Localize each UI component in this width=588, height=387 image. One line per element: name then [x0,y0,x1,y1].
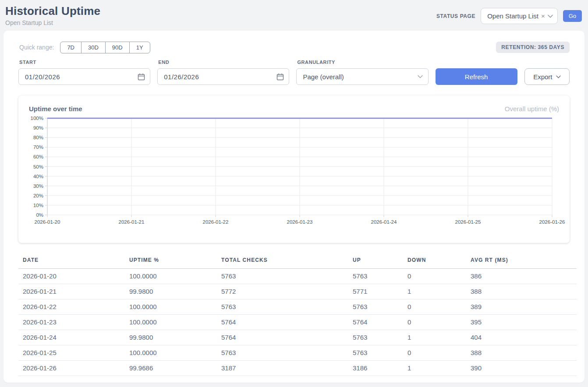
quick-range-row: Quick range: 7D30D90D1Y RETENTION: 365 D… [4,41,584,53]
chevron-down-icon [556,75,561,78]
filters-row: START END GRANULARITY Page (overall) [4,53,584,85]
svg-text:2026-01-24: 2026-01-24 [371,219,397,225]
retention-badge: RETENTION: 365 DAYS [496,42,570,53]
table-cell: 100.0000 [125,315,217,330]
quick-range-group: 7D30D90D1Y [60,42,150,53]
quick-range-1y-button[interactable]: 1Y [129,42,150,53]
svg-text:60%: 60% [33,154,43,159]
table-cell: 99.9800 [125,284,217,299]
quick-range-90d-button[interactable]: 90D [105,42,130,53]
table-cell: 2026-01-22 [18,299,125,315]
table-cell: 2026-01-21 [18,284,125,299]
chevron-down-icon [418,75,423,78]
header-titles: Historical Uptime Open Startup List [5,4,100,26]
table-cell: 100.0000 [125,269,217,284]
table-cell: 2026-01-25 [18,345,125,361]
calendar-icon[interactable] [138,73,145,82]
svg-text:0%: 0% [36,212,43,218]
chart-title: Uptime over time [29,105,82,113]
svg-text:2026-01-25: 2026-01-25 [455,219,481,225]
svg-text:30%: 30% [33,183,43,189]
svg-text:80%: 80% [33,135,43,140]
calendar-icon[interactable] [276,73,284,82]
svg-text:70%: 70% [33,144,43,150]
uptime-chart: 0%10%20%30%40%50%60%70%80%90%100%2026-01… [29,115,559,227]
granularity-selected-value: Page (overall) [303,73,344,81]
column-header: UP [348,253,403,269]
table-cell: 5763 [217,299,348,315]
main-panel: Quick range: 7D30D90D1Y RETENTION: 365 D… [4,31,584,383]
table-cell: 5763 [217,269,348,284]
refresh-button[interactable]: Refresh [436,68,517,85]
table-cell: 5763 [348,345,403,361]
column-header: DOWN [403,253,466,269]
quick-range-30d-button[interactable]: 30D [81,42,106,53]
svg-text:2026-01-21: 2026-01-21 [119,219,145,225]
page-header: Historical Uptime Open Startup List STAT… [0,0,588,29]
table-row: 2026-01-2199.9800577257711388 [18,284,577,299]
table-cell: 395 [466,315,577,330]
table-cell: 386 [466,269,577,284]
table-row: 2026-01-2699.9686318731861390 [18,361,577,376]
table-cell: 3187 [217,361,348,376]
start-date-input[interactable] [19,73,150,81]
svg-text:10%: 10% [33,203,43,208]
uptime-table: DATEUPTIME %TOTAL CHECKSUPDOWNAVG RT (MS… [18,253,577,376]
page-subtitle: Open Startup List [5,19,100,26]
column-header: UPTIME % [125,253,217,269]
svg-text:40%: 40% [33,174,43,179]
end-date-input[interactable] [158,73,289,81]
table-cell: 0 [403,345,466,361]
table-cell: 5763 [348,330,403,345]
column-header: TOTAL CHECKS [217,253,348,269]
start-date-field [18,68,150,85]
status-page-label: STATUS PAGE [436,13,475,19]
table-cell: 5763 [348,269,403,284]
svg-text:100%: 100% [31,116,43,121]
table-cell: 5763 [217,345,348,361]
quick-range-label: Quick range: [19,44,54,51]
table-row: 2026-01-22100.0000576357630389 [18,299,577,315]
column-header: AVG RT (MS) [466,253,577,269]
uptime-chart-card: Uptime over time Overall uptime (%) 0%10… [18,95,570,243]
end-date-group: END [157,60,289,85]
table-row: 2026-01-20100.0000576357630386 [18,269,577,284]
granularity-select[interactable]: Page (overall) [296,68,428,85]
svg-text:50%: 50% [33,164,43,169]
table-cell: 3186 [348,361,403,376]
status-page-selected-value: Open Startup List [487,12,538,20]
clear-selection-icon[interactable]: × [541,13,545,19]
table-cell: 0 [403,315,466,330]
table-cell: 1 [403,330,466,345]
table-cell: 389 [466,299,577,315]
export-button[interactable]: Export [524,68,570,85]
granularity-group: GRANULARITY Page (overall) [296,60,428,85]
svg-text:2026-01-26: 2026-01-26 [539,219,565,225]
table-cell: 5771 [348,284,403,299]
end-date-field [157,68,289,85]
chart-header: Uptime over time Overall uptime (%) [29,105,559,113]
table-cell: 1 [403,361,466,376]
table-cell: 1 [403,284,466,299]
quick-range-7d-button[interactable]: 7D [60,42,81,53]
table-row: 2026-01-25100.0000576357630388 [18,345,577,361]
table-cell: 5763 [348,299,403,315]
svg-text:2026-01-23: 2026-01-23 [287,219,313,225]
uptime-chart-svg: 0%10%20%30%40%50%60%70%80%90%100%2026-01… [29,115,566,227]
table-cell: 388 [466,345,577,361]
svg-text:90%: 90% [33,125,43,130]
start-date-label: START [19,60,150,65]
start-date-group: START [18,60,150,85]
table-cell: 5764 [217,315,348,330]
table-body: 2026-01-20100.00005763576303862026-01-21… [18,269,577,376]
header-controls: STATUS PAGE Open Startup List × Go [436,8,582,24]
table-cell: 404 [466,330,577,345]
table-cell: 390 [466,361,577,376]
table-cell: 0 [403,299,466,315]
table-cell: 2026-01-20 [18,269,125,284]
svg-text:2026-01-20: 2026-01-20 [35,219,60,225]
export-button-label: Export [533,73,552,81]
status-page-select[interactable]: Open Startup List × [481,8,558,24]
go-button[interactable]: Go [563,10,582,22]
table-cell: 388 [466,284,577,299]
